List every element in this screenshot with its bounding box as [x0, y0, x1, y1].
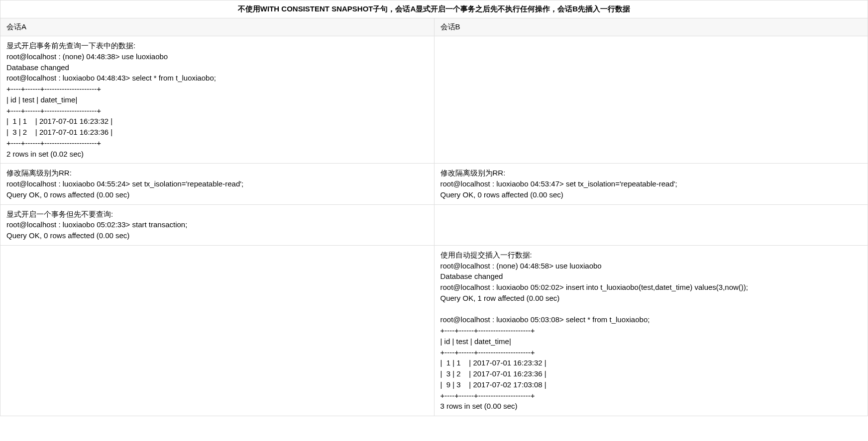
table-row: 使用自动提交插入一行数据: root@localhost : (none) 04…	[0, 245, 868, 416]
table-title: 不使用WITH CONSISTENT SNAPSHOT子句，会话A显式开启一个事…	[0, 0, 868, 18]
table-title-row: 不使用WITH CONSISTENT SNAPSHOT子句，会话A显式开启一个事…	[0, 0, 868, 18]
cell-session-b: 修改隔离级别为RR: root@localhost : luoxiaobo 04…	[434, 164, 868, 204]
cell-session-a: 修改隔离级别为RR: root@localhost : luoxiaobo 04…	[0, 164, 434, 204]
table-header-row: 会话A 会话B	[0, 18, 868, 36]
cell-content: 显式开启一个事务但先不要查询: root@localhost : luoxiao…	[6, 209, 428, 241]
header-session-b: 会话B	[434, 18, 868, 36]
table-row: 显式开启事务前先查询一下表中的数据: root@localhost : (non…	[0, 36, 868, 164]
cell-session-a	[0, 245, 434, 416]
header-session-a: 会话A	[0, 18, 434, 36]
table-row: 修改隔离级别为RR: root@localhost : luoxiaobo 04…	[0, 164, 868, 204]
cell-content: 显式开启事务前先查询一下表中的数据: root@localhost : (non…	[6, 40, 428, 159]
cell-content: 修改隔离级别为RR: root@localhost : luoxiaobo 04…	[6, 168, 428, 200]
cell-content: 使用自动提交插入一行数据: root@localhost : (none) 04…	[440, 250, 862, 412]
table-row: 显式开启一个事务但先不要查询: root@localhost : luoxiao…	[0, 204, 868, 245]
cell-session-a: 显式开启事务前先查询一下表中的数据: root@localhost : (non…	[0, 36, 434, 164]
session-comparison-table: 不使用WITH CONSISTENT SNAPSHOT子句，会话A显式开启一个事…	[0, 0, 868, 416]
cell-session-b: 使用自动提交插入一行数据: root@localhost : (none) 04…	[434, 245, 868, 416]
cell-content: 修改隔离级别为RR: root@localhost : luoxiaobo 04…	[440, 168, 862, 200]
cell-session-b	[434, 204, 868, 245]
cell-session-a: 显式开启一个事务但先不要查询: root@localhost : luoxiao…	[0, 204, 434, 245]
cell-session-b	[434, 36, 868, 164]
